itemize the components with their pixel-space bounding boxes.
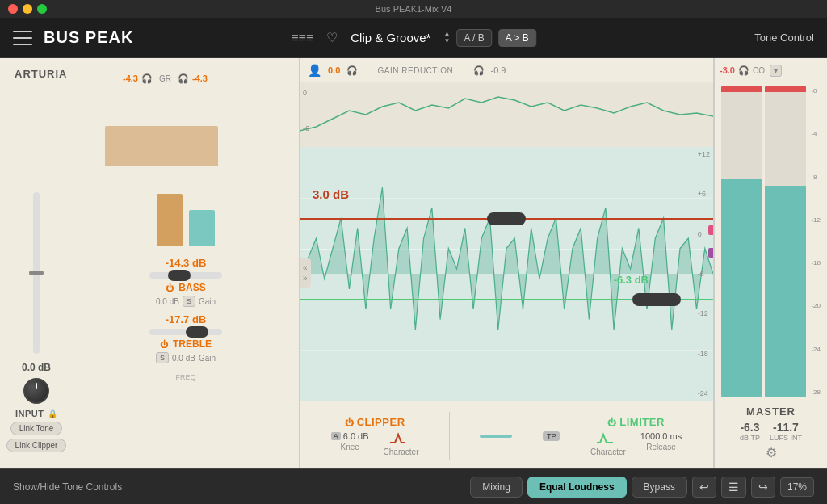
middle-panel: 👤 0.0 🎧 | GAIN REDUCTION | 🎧 -0.9 0 -6 [300,58,713,468]
rs-8: -8 [811,174,821,181]
clipper-power-icon[interactable]: ⏻ [345,418,354,427]
nav-arrow-up[interactable]: « [303,263,308,272]
equal-loudness-button[interactable]: Equal Loudness [527,477,627,498]
master-label: MASTER [721,405,821,418]
bass-label-row: ⏻ BASS [166,282,205,293]
treble-title: TREBLE [173,338,212,350]
preset-arrows[interactable]: ▲▼ [443,31,450,44]
input-label: INPUT 🔒 [15,409,57,418]
limiter-handle-knob[interactable] [632,293,681,306]
waveform-display: 0 -6 3.0 dB [300,82,713,401]
treble-gain-label: Gain [199,354,216,363]
bass-meter-group [157,194,183,246]
treble-power-icon[interactable]: ⏻ [160,340,168,349]
tone-bar-warm [105,126,218,166]
meters-bars-container: -0 -4 -8 -12 -16 -20 -24 -28 [721,86,821,397]
title-bar: Bus PEAK1-Mix V4 [0,0,827,18]
bass-s-button[interactable]: S [183,296,195,307]
bass-power-icon[interactable]: ⏻ [166,284,174,292]
purple-marker [708,248,713,258]
right-scale-labels: -0 -4 -8 -12 -16 -20 -24 -28 [811,86,821,397]
mixing-button[interactable]: Mixing [470,477,523,498]
bottom-bar: Show/Hide Tone Controls Mixing Equal Lou… [0,468,827,504]
clipper-character-group: Character [384,431,419,456]
headphone-icon-mid2: 🎧 [473,65,485,76]
master-val-tp: -6.3 dB TP [740,421,760,442]
right-top-bar: -3.0 🎧 CO ▾ [715,58,827,82]
zoom-percent: 17% [780,477,814,497]
clipper-limiter-controls: ⏻ CLIPPER A 6.0 dB Knee [300,404,713,468]
a-badge: A [331,432,341,440]
mid-meter-val1: 0.0 [328,65,340,75]
bass-gain-label: Gain [199,297,216,306]
treble-slider-thumb[interactable] [186,326,208,338]
input-section: 0.0 dB INPUT 🔒 Link Tone Link Clipper [0,174,73,468]
main-waveform-area: 3.0 dB -6.3 dB +12 +6 0 -6 -12 -18 -24 [300,147,713,401]
nav-arrow-down[interactable]: » [303,274,308,283]
right-dropdown-button[interactable]: ▾ [770,65,782,77]
back-button[interactable]: ↩ [692,477,716,498]
scale-0: 0 [303,89,307,97]
list-button[interactable]: ☰ [721,477,746,498]
pink-marker-1 [708,225,713,235]
clipper-knee-val-row: A 6.0 dB [331,431,369,441]
minimize-button[interactable] [23,4,32,14]
limiter-character-group: Character [590,431,626,456]
input-knob[interactable] [23,378,49,404]
bypass-button[interactable]: Bypass [632,477,687,498]
bars-icon[interactable]: ≡≡≡ [291,31,313,45]
scale-label-6: +6 [698,190,710,198]
link-clipper-button[interactable]: Link Clipper [6,439,67,452]
bass-treble-section: -14.3 dB ⏻ BASS 0.0 dB S Gain [73,174,299,468]
scale-label-n24: -24 [698,389,710,397]
cl-divider [449,412,450,460]
input-slider-thumb[interactable] [29,271,44,275]
scale-label-n18: -18 [698,350,710,358]
bottom-buttons-group: Mixing Equal Loudness Bypass ↩ ☰ ↪ 17% [470,477,814,498]
tone-bars-area [0,94,299,166]
nav-center-controls: ≡≡≡ ♡ Clip & Groove* ▲▼ A / B A > B [291,29,536,47]
limiter-line [300,299,713,300]
ab-slash-button[interactable]: A / B [456,29,491,47]
forward-button[interactable]: ↪ [751,477,775,498]
limiter-power-icon[interactable]: ⏻ [607,418,616,427]
meter-col-1 [721,86,762,397]
waveform-scale-labels: +12 +6 0 -6 -12 -18 -24 [698,147,710,401]
rs-0: -0 [811,87,821,94]
clipper-handle-knob[interactable] [487,212,526,225]
middle-top-bar: 👤 0.0 🎧 | GAIN REDUCTION | 🎧 -0.9 [300,58,713,82]
divider-1 [8,170,291,170]
bass-slider-track [149,272,222,279]
maximize-button[interactable] [37,4,47,14]
limiter-title-row: ⏻ LIMITER [607,416,665,428]
left-meters-row: -4.3 🎧 GR 🎧 -4.3 [113,66,299,90]
rs-20: -20 [811,302,821,309]
a-to-b-button[interactable]: A > B [498,29,536,47]
treble-label-row: ⏻ TREBLE [160,338,212,350]
freq-label: FREQ [175,373,195,381]
show-hide-label: Show/Hide Tone Controls [13,481,462,493]
bass-treble-meters-area [79,174,292,246]
bass-slider-thumb[interactable] [168,270,191,281]
master-tp-value: -6.3 [740,421,759,434]
left-meter-val1: -4.3 [123,74,138,83]
traffic-lights [8,4,47,14]
bass-meter-bar [157,194,183,246]
treble-s-button[interactable]: S [156,352,169,363]
meter-peak-red-1 [721,86,762,92]
link-tone-button[interactable]: Link Tone [10,422,63,435]
close-button[interactable] [8,4,18,14]
master-section: MASTER -6.3 dB TP -11.7 LUFS INT ⚙ [721,402,821,465]
right-panel: -3.0 🎧 CO ▾ [714,58,827,468]
menu-button[interactable] [13,31,32,45]
rs-16: -16 [811,259,821,267]
preset-name[interactable]: Clip & Groove* [351,31,430,44]
gear-button[interactable]: ⚙ [721,442,821,464]
scale-label-12: +12 [698,150,710,158]
tp-separator [480,435,512,438]
right-meter-label: CO [753,66,765,75]
side-nav: « » [300,258,311,288]
window-title: Bus PEAK1-Mix V4 [376,4,452,14]
heart-icon[interactable]: ♡ [326,30,338,45]
app-name: BUS PEAK [44,28,133,47]
